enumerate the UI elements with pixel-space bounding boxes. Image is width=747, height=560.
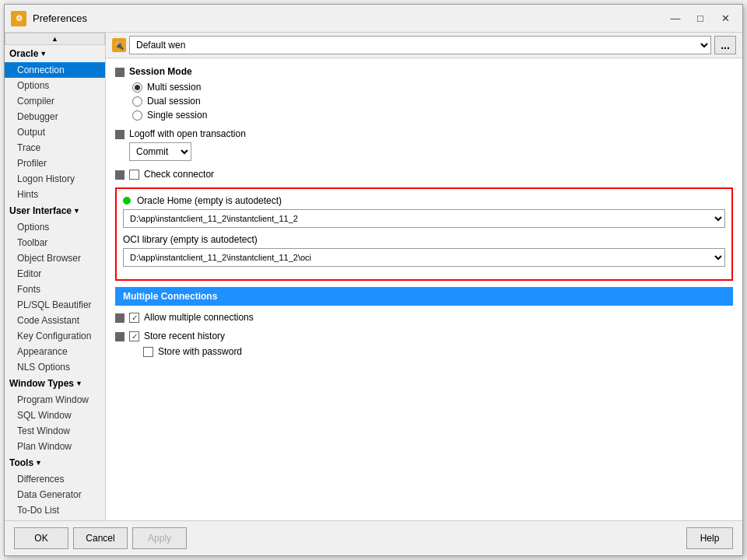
sidebar-item-nls-options[interactable]: NLS Options [5, 359, 105, 375]
sidebar-item-options[interactable]: Options [5, 78, 105, 93]
oracle-home-label-row: Oracle Home (empty is autodetect) [123, 195, 725, 206]
bottom-buttons-left: OK Cancel Apply [14, 527, 187, 549]
allow-multiple-label: Allow multiple connections [144, 312, 254, 323]
allow-multiple-bullet [115, 313, 124, 323]
logoff-label: Logoff with open transaction [129, 128, 733, 139]
logoff-section: Logoff with open transaction Commit Roll… [115, 128, 733, 161]
minimize-button[interactable]: — [665, 10, 686, 27]
dual-session-radio-circle [132, 96, 142, 107]
single-session-radio-circle [132, 110, 142, 121]
dual-session-label: Dual session [147, 96, 201, 107]
multiple-connections-header: Multiple Connections [115, 287, 733, 306]
sidebar-group-tools[interactable]: Tools ▼ [5, 454, 105, 471]
bottom-bar: OK Cancel Apply Help [5, 520, 742, 555]
connection-more-button[interactable]: ... [714, 36, 736, 54]
store-recent-section: Store recent history Store with password [115, 331, 733, 357]
sidebar-item-trace[interactable]: Trace [5, 140, 105, 156]
check-connector-checkbox-box [129, 170, 139, 180]
store-recent-checkbox-box [129, 331, 139, 341]
sidebar-item-debugger[interactable]: Debugger [5, 109, 105, 124]
store-recent-content: Store recent history Store with password [129, 331, 733, 357]
sidebar-item-connection[interactable]: Connection [5, 62, 105, 78]
session-mode-content: Session Mode Multi session Dual session [129, 66, 733, 121]
sidebar-item-differences[interactable]: Differences [5, 471, 105, 487]
multiple-connections-title: Multiple Connections [123, 291, 217, 302]
sidebar-item-fonts[interactable]: Fonts [5, 282, 105, 297]
app-icon: ⚙ [11, 11, 26, 26]
window-title: Preferences [33, 12, 665, 24]
sidebar-item-profiler[interactable]: Profiler [5, 156, 105, 171]
allow-multiple-checkbox[interactable]: Allow multiple connections [129, 312, 733, 323]
titlebar: ⚙ Preferences — □ ✕ [5, 5, 742, 33]
sidebar-group-window-types[interactable]: Window Types ▼ [5, 375, 105, 392]
sidebar-item-sql-window[interactable]: SQL Window [5, 408, 105, 423]
sidebar-item-test-window[interactable]: Test Window [5, 423, 105, 439]
oracle-home-box: Oracle Home (empty is autodetect) D:\app… [115, 187, 733, 281]
connection-icon: 🔌 [112, 38, 126, 52]
sidebar: ▲ Oracle ▼ Connection Options Compiler D… [5, 33, 106, 520]
store-recent-checkbox[interactable]: Store recent history [129, 331, 733, 341]
check-connector-label: Check connector [144, 169, 214, 180]
sidebar-group-user-interface[interactable]: User Interface ▼ [5, 202, 105, 219]
session-mode-section: Session Mode Multi session Dual session [115, 66, 733, 121]
multi-session-radio-circle [132, 82, 142, 93]
green-dot-icon [123, 197, 131, 205]
close-button[interactable]: ✕ [714, 10, 736, 27]
sidebar-item-plan-window[interactable]: Plan Window [5, 439, 105, 454]
sidebar-item-toolbar[interactable]: Toolbar [5, 235, 105, 250]
sidebar-item-appearance[interactable]: Appearance [5, 344, 105, 359]
dual-session-radio[interactable]: Dual session [132, 96, 733, 107]
logoff-content: Logoff with open transaction Commit Roll… [129, 128, 733, 161]
sidebar-item-object-browser[interactable]: Object Browser [5, 250, 105, 266]
single-session-radio[interactable]: Single session [132, 110, 733, 121]
session-mode-radio-group: Multi session Dual session Single sessio… [129, 82, 733, 121]
panel-content: Session Mode Multi session Dual session [106, 58, 742, 520]
oci-library-select[interactable]: D:\app\instantclient_11_2\instantclient_… [123, 248, 725, 267]
check-connector-content: Check connector [129, 169, 733, 180]
sidebar-item-code-assistant[interactable]: Code Assistant [5, 313, 105, 328]
oracle-home-select[interactable]: D:\app\instantclient_11_2\instantclient_… [123, 209, 725, 228]
multi-session-label: Multi session [147, 82, 201, 93]
connection-select[interactable]: Default wen [129, 36, 711, 54]
check-connector-section: Check connector [115, 169, 733, 180]
oci-library-label-text: OCI library (empty is autodetect) [123, 234, 258, 245]
oracle-home-section: Oracle Home (empty is autodetect) D:\app… [123, 195, 725, 228]
sidebar-item-editor[interactable]: Editor [5, 266, 105, 282]
ok-button[interactable]: OK [14, 527, 68, 549]
check-connector-checkbox[interactable]: Check connector [129, 169, 733, 180]
oci-library-label-row: OCI library (empty is autodetect) [123, 234, 725, 245]
sidebar-item-compiler[interactable]: Compiler [5, 93, 105, 109]
store-password-checkbox-box [143, 347, 153, 357]
multi-session-radio[interactable]: Multi session [132, 82, 733, 93]
store-password-checkbox[interactable]: Store with password [129, 346, 733, 357]
logoff-bullet [115, 130, 124, 139]
oracle-home-label-text: Oracle Home (empty is autodetect) [137, 195, 282, 206]
sidebar-item-output[interactable]: Output [5, 124, 105, 140]
window-controls: — □ ✕ [665, 10, 736, 27]
store-password-label: Store with password [158, 346, 242, 357]
sidebar-item-todo-list[interactable]: To-Do List [5, 502, 105, 518]
help-button[interactable]: Help [686, 527, 733, 549]
sidebar-item-plsql-beautifier[interactable]: PL/SQL Beautifier [5, 297, 105, 313]
sidebar-item-logon-history[interactable]: Logon History [5, 171, 105, 187]
sidebar-item-data-generator[interactable]: Data Generator [5, 487, 105, 502]
sidebar-scroll-up[interactable]: ▲ [5, 33, 105, 45]
ui-arrow-icon: ▼ [73, 207, 80, 215]
single-session-label: Single session [147, 110, 207, 121]
sidebar-item-hints[interactable]: Hints [5, 187, 105, 202]
sidebar-group-oracle[interactable]: Oracle ▼ [5, 45, 105, 62]
right-panel: 🔌 Default wen ... Session Mode [106, 33, 742, 520]
maximize-button[interactable]: □ [689, 10, 711, 27]
sidebar-item-program-window[interactable]: Program Window [5, 392, 105, 408]
check-connector-bullet [115, 170, 124, 180]
sidebar-item-ui-options[interactable]: Options [5, 219, 105, 235]
cancel-button[interactable]: Cancel [73, 527, 128, 549]
allow-multiple-content: Allow multiple connections [129, 312, 733, 323]
store-recent-bullet [115, 332, 124, 341]
oracle-arrow-icon: ▼ [40, 50, 47, 58]
apply-button[interactable]: Apply [132, 527, 187, 549]
logoff-select-row: Commit Rollback Ask [129, 142, 733, 161]
logoff-dropdown[interactable]: Commit Rollback Ask [129, 142, 191, 161]
session-mode-bullet [115, 68, 124, 77]
sidebar-item-key-configuration[interactable]: Key Configuration [5, 328, 105, 344]
